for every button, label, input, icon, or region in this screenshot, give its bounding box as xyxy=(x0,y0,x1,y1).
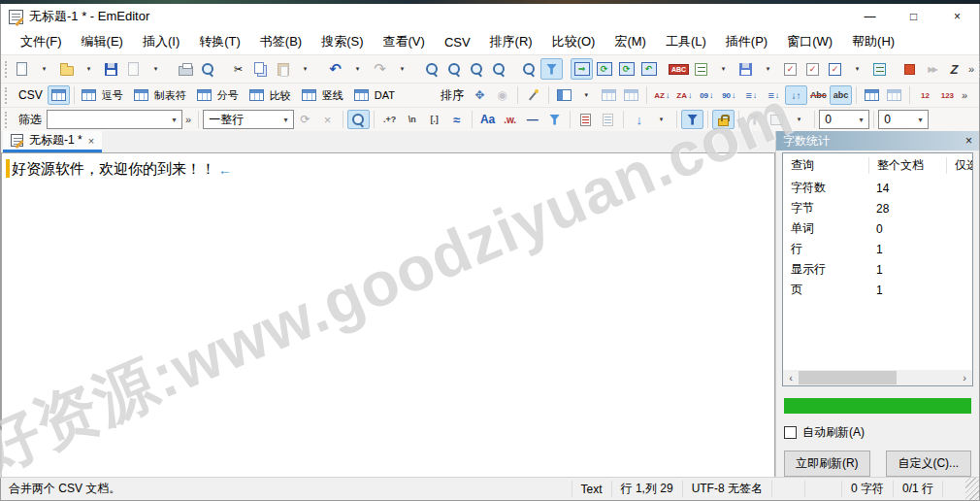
column-selection[interactable]: 仅选 xyxy=(946,157,972,174)
scroll-right-icon[interactable]: › xyxy=(957,372,972,384)
save-button[interactable] xyxy=(100,58,122,80)
menu-convert[interactable]: 转换(T) xyxy=(189,30,250,53)
menu-view[interactable]: 查看(V) xyxy=(374,30,435,53)
match-case-button[interactable]: Aa xyxy=(476,110,499,129)
clear-filter-button[interactable]: × xyxy=(316,110,339,129)
find-in-files-button[interactable] xyxy=(518,58,540,80)
stop-macro-button[interactable] xyxy=(898,58,921,80)
toolbar-overflow-button[interactable]: » xyxy=(965,63,977,75)
csv-toolbar-overflow-button[interactable]: » xyxy=(959,89,970,101)
sort-length-desc-button[interactable]: ≡↓ xyxy=(763,85,785,105)
menu-sort[interactable]: 排序(R) xyxy=(480,30,542,53)
delete-duplicates-button[interactable]: Abc xyxy=(807,85,830,105)
copy-button[interactable] xyxy=(249,58,272,80)
macros-button[interactable]: Z xyxy=(943,58,965,80)
wrap-page-button[interactable]: ↶ xyxy=(637,58,660,80)
toolbar-grip[interactable] xyxy=(5,61,7,78)
fuzzy-match-button[interactable]: ≈ xyxy=(445,110,468,129)
menu-search[interactable]: 搜索(S) xyxy=(311,30,373,53)
compare-button[interactable]: ✓ xyxy=(779,58,801,80)
menu-edit[interactable]: 编辑(E) xyxy=(72,30,133,53)
regex-button[interactable]: .+? xyxy=(378,110,401,129)
menu-bookmarks[interactable]: 书签(B) xyxy=(250,30,311,53)
statistics-button[interactable]: 123 xyxy=(936,85,959,105)
paste-dropdown[interactable]: ▾ xyxy=(294,58,316,80)
match-mode-select[interactable]: 一整行 ▾ xyxy=(203,110,294,129)
status-mode[interactable]: Text xyxy=(572,481,611,497)
find-next-button[interactable] xyxy=(443,58,466,80)
split-column-button[interactable] xyxy=(598,85,620,105)
auto-refresh-checkbox[interactable] xyxy=(784,426,797,439)
scrollbar-track[interactable] xyxy=(799,370,957,385)
spellcheck-button[interactable]: ABC xyxy=(668,58,690,80)
link-card-dropdown[interactable]: ▾ xyxy=(788,110,810,129)
remove-filter-button[interactable] xyxy=(543,110,566,129)
customize-button[interactable]: 自定义(C)... xyxy=(886,451,972,477)
compare-all-button[interactable]: ✓ xyxy=(801,58,824,80)
chevron-down-icon[interactable]: ▾ xyxy=(278,116,293,124)
minimize-button[interactable]: — xyxy=(848,4,892,29)
csv-pipe-button[interactable]: 竖线 xyxy=(299,85,351,105)
panel-close-icon[interactable]: × xyxy=(965,134,972,148)
find-button[interactable] xyxy=(421,58,443,80)
numbering-button[interactable]: 12 xyxy=(914,85,936,105)
sort-dialog-button[interactable]: ↓↑ xyxy=(785,85,807,105)
csv-dat-button[interactable]: DAT xyxy=(351,85,403,105)
csv-semicolon-button[interactable]: 分号 xyxy=(194,85,246,105)
validate-dropdown[interactable]: ▾ xyxy=(846,58,868,80)
new-file-dropdown[interactable]: ▾ xyxy=(33,58,55,80)
refresh-now-button[interactable]: 立即刷新(R) xyxy=(784,451,870,477)
negative-filter-button[interactable]: — xyxy=(521,110,543,129)
pivot-button[interactable] xyxy=(883,85,905,105)
link-card-button[interactable] xyxy=(766,110,788,129)
goto-next-button[interactable]: ↓ xyxy=(628,110,650,129)
column-query[interactable]: 查询 xyxy=(783,157,868,174)
status-encoding[interactable]: UTF-8 无签名 xyxy=(682,481,771,497)
open-button[interactable] xyxy=(55,58,78,80)
bracket-button[interactable]: [.] xyxy=(423,110,445,129)
toolbar-grip[interactable] xyxy=(5,87,10,104)
sort-refresh-button[interactable]: ◉ xyxy=(491,85,513,105)
csv-compare-button[interactable]: 比较 xyxy=(246,85,299,105)
csv-tab-button[interactable]: 制表符 xyxy=(131,85,194,105)
goto-next-dropdown[interactable]: ▾ xyxy=(650,110,672,129)
refresh-filter-button[interactable]: ⟳ xyxy=(294,110,316,129)
print-preview-button[interactable] xyxy=(197,58,219,80)
lock-button[interactable] xyxy=(712,110,735,129)
wrap-window-button[interactable]: ⟳ xyxy=(593,58,615,80)
save-all-dropdown[interactable]: ▾ xyxy=(145,58,167,80)
replace-button[interactable] xyxy=(488,58,510,80)
status-lines[interactable]: 0/1 行 xyxy=(893,481,942,497)
open-dropdown[interactable]: ▾ xyxy=(78,58,100,80)
run-macro-button[interactable]: ▶▶ xyxy=(921,58,943,80)
heading-filter-button[interactable] xyxy=(743,110,766,129)
redo-dropdown[interactable]: ▾ xyxy=(391,58,413,80)
scroll-left-icon[interactable]: ‹ xyxy=(783,372,799,384)
show-duplicates-button[interactable]: abc xyxy=(830,85,852,105)
tab-close-icon[interactable]: × xyxy=(88,135,94,147)
print-button[interactable] xyxy=(175,58,197,80)
sort-num-asc-button[interactable]: 09↓ xyxy=(696,85,718,105)
extract-lines-button[interactable] xyxy=(574,110,597,129)
filter-toggle-button[interactable] xyxy=(540,58,563,80)
escape-seq-button[interactable]: \n xyxy=(401,110,423,129)
sort-options-button[interactable]: ✥ xyxy=(469,85,491,105)
menu-compare[interactable]: 比较(O) xyxy=(542,30,605,53)
paste-button[interactable] xyxy=(272,58,294,80)
sort-az-button[interactable]: AZ↓ xyxy=(651,85,673,105)
toolbar-grip[interactable] xyxy=(5,112,10,128)
chevron-down-icon[interactable]: ▾ xyxy=(167,116,181,124)
outline-dropdown[interactable]: ▾ xyxy=(712,58,735,80)
encoding-dropdown[interactable]: ▾ xyxy=(757,58,779,80)
outline-button[interactable] xyxy=(690,58,712,80)
sort-length-asc-button[interactable]: ≡↓ xyxy=(740,85,763,105)
horizontal-scrollbar[interactable]: ‹ › xyxy=(783,370,972,385)
find-previous-button[interactable] xyxy=(466,58,488,80)
save-all-button[interactable] xyxy=(122,58,145,80)
status-chars[interactable]: 0 字符 xyxy=(841,481,893,497)
checklist-button[interactable] xyxy=(868,58,891,80)
menu-tools[interactable]: 工具(L) xyxy=(656,30,716,53)
join-column-button[interactable] xyxy=(620,85,642,105)
column-whole-document[interactable]: 整个文档 xyxy=(868,157,946,174)
redo-button[interactable]: ↷ xyxy=(369,58,391,80)
